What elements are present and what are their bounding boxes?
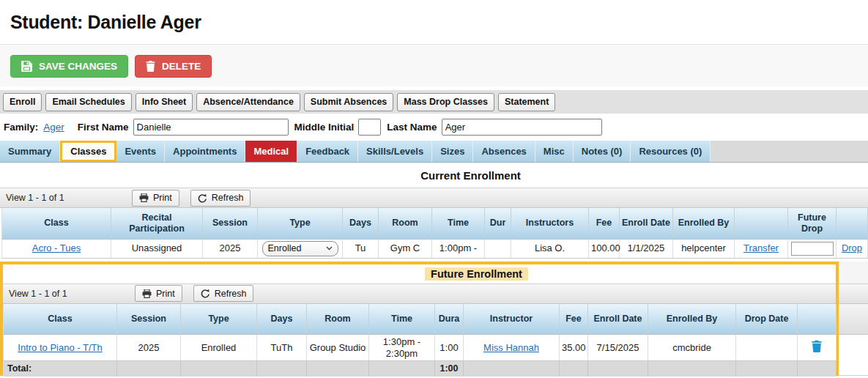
col-type: Type	[181, 304, 257, 335]
filler-toolbar-band	[839, 284, 868, 304]
delete-future-enrollment-trash-icon[interactable]	[811, 340, 823, 352]
type-cell: Enrolled	[181, 335, 257, 361]
dur-cell	[485, 239, 511, 258]
col-delete	[798, 304, 837, 335]
submit-absences-button[interactable]: Submit Absences	[304, 93, 393, 111]
last-name-label: Last Name	[387, 122, 437, 133]
future-enrollment-heading: Future Enrollment	[3, 264, 836, 284]
drop-link[interactable]: Drop	[842, 242, 862, 253]
current-print-button[interactable]: Print	[132, 190, 179, 207]
tab-feedback[interactable]: Feedback	[297, 141, 358, 162]
tab-events[interactable]: Events	[116, 141, 165, 162]
enrollment-type-value: Enrolled	[268, 243, 302, 254]
future-enrollment-row: Intro to Piano - T/Th 2025 Enrolled TuTh…	[4, 335, 837, 361]
future-refresh-label: Refresh	[215, 289, 247, 299]
student-record-page: Student: Danielle Ager SAVE CHANGES DELE…	[0, 0, 868, 378]
filler-total-band	[839, 357, 868, 376]
future-enrollment-header-row: Class Session Type Days Room Time Dura I…	[4, 304, 837, 335]
col-session: Session	[203, 208, 258, 239]
tab-absences[interactable]: Absences	[473, 141, 535, 162]
save-icon	[21, 61, 32, 72]
tab-sizes[interactable]: Sizes	[432, 141, 473, 162]
page-title: Student: Danielle Ager	[10, 12, 868, 33]
transfer-link[interactable]: Transfer	[743, 242, 779, 253]
future-class-link[interactable]: Intro to Piano - T/Th	[18, 342, 102, 353]
family-link[interactable]: Ager	[43, 122, 64, 133]
col-days: Days	[343, 208, 379, 239]
col-instructors: Instructors	[511, 208, 589, 239]
tab-resources[interactable]: Resources (0)	[631, 141, 711, 162]
dura-cell: 1:00	[435, 335, 464, 361]
info-sheet-button[interactable]: Info Sheet	[136, 93, 193, 111]
middle-initial-input[interactable]	[358, 119, 381, 136]
family-label: Family:	[4, 122, 38, 133]
future-enrollment-table: Class Session Type Days Room Time Dura I…	[3, 304, 837, 377]
recital-participation-cell: Unassigned	[111, 239, 203, 258]
delete-label: DELETE	[162, 61, 201, 72]
save-changes-label: SAVE CHANGES	[39, 61, 117, 72]
printer-icon	[139, 193, 149, 202]
col-enroll-date: Enroll Date	[588, 304, 648, 335]
col-dura: Dura	[435, 304, 464, 335]
enrollment-type-select[interactable]: Enrolled	[262, 241, 338, 256]
delete-button[interactable]: DELETE	[135, 55, 212, 78]
tab-summary[interactable]: Summary	[0, 141, 60, 162]
tab-medical[interactable]: Medical	[245, 141, 297, 162]
absence-attendance-button[interactable]: Absence/Attendance	[196, 93, 300, 111]
future-print-label: Print	[156, 289, 175, 299]
col-fee: Fee	[560, 304, 588, 335]
email-schedules-button[interactable]: Email Schedules	[45, 93, 131, 111]
future-drop-input[interactable]	[791, 242, 834, 256]
current-print-label: Print	[153, 193, 172, 203]
last-name-input[interactable]	[442, 119, 602, 136]
tab-classes[interactable]: Classes	[60, 141, 116, 162]
printer-icon	[142, 289, 152, 298]
instructors-cell: Lisa O.	[511, 239, 589, 258]
current-enrollment-row: Acro - Tues Unassigned 2025 Enrolled Tu …	[2, 239, 868, 258]
student-tab-bar: Summary Classes Events Appointments Medi…	[0, 141, 868, 163]
col-class: Class	[4, 304, 117, 335]
col-instructor: Instructor	[464, 304, 560, 335]
enroll-button[interactable]: Enroll	[3, 93, 42, 111]
statement-button[interactable]: Statement	[498, 93, 555, 111]
drop-date-cell	[736, 335, 798, 361]
refresh-icon	[201, 289, 210, 298]
filler-row-band	[839, 335, 868, 357]
col-session: Session	[117, 304, 181, 335]
first-name-input[interactable]	[133, 119, 289, 136]
fee-cell: 35.00	[560, 335, 588, 361]
total-label: Total:	[4, 361, 117, 377]
current-refresh-button[interactable]: Refresh	[190, 190, 251, 207]
future-refresh-button[interactable]: Refresh	[193, 285, 254, 302]
future-print-button[interactable]: Print	[135, 285, 182, 302]
tab-misc[interactable]: Misc	[535, 141, 574, 162]
fee-cell: 100.00	[589, 239, 620, 258]
future-enrollment-section: Future Enrollment View 1 - 1 of 1 Print …	[0, 262, 868, 376]
enrolled-by-cell: helpcenter	[673, 239, 735, 258]
col-enrolled-by: Enrolled By	[648, 304, 736, 335]
mass-drop-classes-button[interactable]: Mass Drop Classes	[397, 93, 494, 111]
col-fee: Fee	[589, 208, 620, 239]
future-enrollment-toolbar: View 1 - 1 of 1 Print Refresh	[3, 284, 836, 304]
first-name-label: First Name	[78, 122, 129, 133]
class-link[interactable]: Acro - Tues	[32, 242, 81, 253]
col-drop	[837, 208, 868, 239]
tab-bar-filler	[711, 141, 868, 162]
future-enrollment-total-row: Total: 1:00	[4, 361, 837, 377]
current-refresh-label: Refresh	[212, 193, 244, 203]
tab-skills-levels[interactable]: Skills/Levels	[358, 141, 432, 162]
instructor-link[interactable]: Miss Hannah	[483, 342, 539, 353]
col-recital-participation: Recital Participation	[111, 208, 203, 239]
future-view-count: View 1 - 1 of 1	[3, 289, 135, 299]
time-cell: 1:00pm -	[432, 239, 485, 258]
current-view-count: View 1 - 1 of 1	[0, 193, 132, 203]
days-cell: TuTh	[257, 335, 307, 361]
col-room: Room	[307, 304, 369, 335]
middle-initial-label: Middle Initial	[294, 122, 355, 133]
session-cell: 2025	[203, 239, 258, 258]
tab-appointments[interactable]: Appointments	[165, 141, 245, 162]
save-changes-button[interactable]: SAVE CHANGES	[10, 55, 128, 78]
current-enrollment-heading: Current Enrollment	[0, 163, 868, 188]
tab-notes[interactable]: Notes (0)	[574, 141, 631, 162]
time-cell: 1:30pm - 2:30pm	[369, 335, 435, 361]
